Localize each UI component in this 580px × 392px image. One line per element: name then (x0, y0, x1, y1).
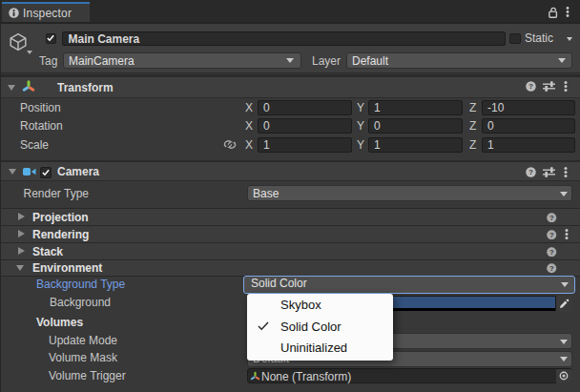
svg-text:?: ? (528, 82, 533, 91)
svg-text:?: ? (549, 247, 554, 256)
svg-text:?: ? (549, 264, 554, 273)
svg-text:?: ? (528, 168, 533, 176)
svg-text:?: ? (549, 213, 554, 221)
svg-text:?: ? (549, 230, 554, 238)
